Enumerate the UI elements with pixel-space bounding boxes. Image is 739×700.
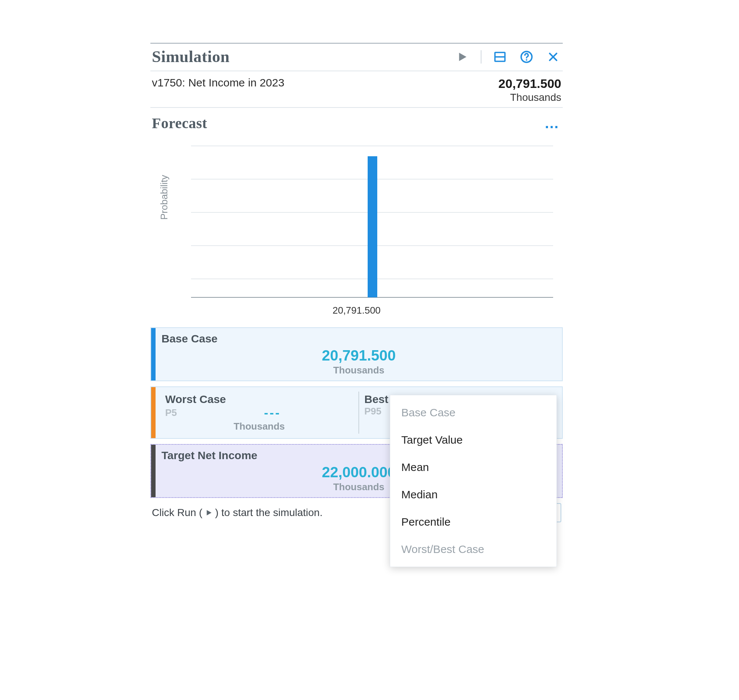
worst-value: --- — [192, 406, 353, 420]
accent-bar — [151, 445, 156, 497]
y-axis-label: Probability — [159, 175, 170, 220]
menu-item-worst-best: Worst/Best Case — [390, 535, 556, 563]
accent-bar — [151, 387, 156, 438]
metric-unit: Thousands — [499, 92, 561, 103]
play-icon[interactable] — [454, 49, 470, 65]
menu-item-median[interactable]: Median — [390, 481, 556, 508]
title-actions — [454, 49, 561, 65]
x-axis-tick: 20,791.500 — [150, 305, 563, 316]
card-value: 20,791.500 — [162, 347, 556, 364]
more-icon[interactable]: … — [544, 115, 561, 131]
forecast-header: Forecast … — [150, 108, 563, 136]
card-unit: Thousands — [162, 365, 556, 376]
metric-value: 20,791.500 — [499, 76, 561, 91]
worst-unit: Thousands — [165, 421, 353, 432]
menu-item-mean[interactable]: Mean — [390, 454, 556, 481]
accent-bar — [151, 328, 156, 381]
menu-item-base-case: Base Case — [390, 399, 556, 426]
chart-svg — [150, 138, 563, 301]
forecast-chart: Probability 20,791.500 — [150, 138, 563, 316]
forecast-title: Forecast — [152, 115, 207, 132]
card-title: Base Case — [162, 332, 556, 345]
menu-item-percentile[interactable]: Percentile — [390, 508, 556, 535]
chart-bar — [368, 156, 377, 297]
metric-right: 20,791.500 Thousands — [499, 76, 561, 103]
metric-label: v1750: Net Income in 2023 — [152, 76, 284, 89]
divider — [481, 50, 481, 63]
run-hint: Click Run ( ) to start the simulation. — [152, 507, 322, 519]
panel-title: Simulation — [152, 47, 230, 66]
hint-post: ) to start the simulation. — [215, 507, 322, 519]
play-icon-inline — [205, 509, 213, 517]
svg-point-3 — [526, 59, 527, 60]
hint-pre: Click Run ( — [152, 507, 203, 519]
menu-item-target-value[interactable]: Target Value — [390, 426, 556, 454]
close-icon[interactable] — [545, 49, 561, 65]
add-metric-menu: Base Case Target Value Mean Median Perce… — [390, 395, 557, 567]
worst-title: Worst Case — [165, 393, 353, 406]
worst-percentile: P5 — [165, 407, 177, 419]
help-icon[interactable] — [518, 49, 535, 65]
metric-row: v1750: Net Income in 2023 20,791.500 Tho… — [150, 71, 563, 107]
title-row: Simulation — [150, 44, 563, 71]
card-base-case[interactable]: Base Case 20,791.500 Thousands — [150, 327, 563, 381]
vertical-separator — [358, 391, 359, 434]
table-icon[interactable] — [492, 49, 508, 65]
